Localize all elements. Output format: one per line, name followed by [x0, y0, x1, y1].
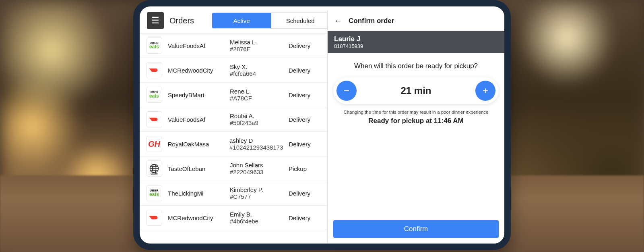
change-warning: Changing the time for this order may res…: [328, 104, 504, 116]
customer-name: Emily B.: [230, 211, 283, 218]
restaurant-name: MCRedwoodCity: [168, 67, 224, 74]
customer-bar: Laurie J 8187415939: [328, 31, 504, 53]
plus-icon: +: [483, 85, 488, 96]
customer-col: Sky X.#fcfca664: [230, 63, 283, 77]
customer-col: Rene L.#A78CF: [230, 88, 283, 102]
order-row[interactable]: UBEReatsValueFoodsAfMelissa L.#2876EDeli…: [140, 33, 327, 58]
customer-name: Roufai A.: [230, 112, 283, 119]
time-stepper: − 21 min +: [333, 77, 499, 104]
customer-name: John Sellars: [230, 162, 283, 169]
pickup-question: When will this order be ready for pickup…: [328, 53, 504, 77]
back-arrow-icon[interactable]: ←: [334, 16, 342, 25]
restaurant-name: RoyalOakMasa: [168, 141, 224, 148]
doordash-icon: [146, 210, 162, 226]
order-type: Delivery: [289, 67, 321, 74]
time-value: 21 min: [400, 85, 431, 96]
detail-title: Confirm order: [349, 17, 394, 25]
page-title: Orders: [169, 16, 194, 25]
increment-button[interactable]: +: [475, 81, 495, 101]
customer-name: Laurie J: [334, 35, 498, 43]
order-id: #4b6f4ebe: [230, 218, 283, 225]
order-type: Delivery: [289, 190, 321, 197]
svg-text:WWW: WWW: [151, 173, 158, 175]
order-type: Delivery: [289, 215, 321, 221]
customer-col: Emily B.#4b6f4ebe: [230, 211, 283, 225]
order-id: #C7577: [230, 193, 283, 200]
order-id: #102421293438173: [229, 144, 283, 151]
order-type: Delivery: [289, 92, 321, 98]
restaurant-name: ValueFoodsAf: [168, 42, 224, 49]
ubereats-icon: UBEReats: [146, 185, 162, 201]
tab-group: Active Scheduled: [212, 12, 330, 29]
restaurant-name: SpeedyBMart: [168, 92, 224, 98]
customer-col: John Sellars#222049633: [230, 162, 283, 175]
doordash-icon: [146, 111, 162, 127]
order-type: Delivery: [289, 42, 321, 49]
order-type: Pickup: [289, 165, 321, 172]
order-id: #50f243a9: [230, 119, 283, 126]
order-id: #fcfca664: [230, 70, 283, 77]
order-row[interactable]: MCRedwoodCityEmily B.#4b6f4ebeDelivery: [140, 206, 327, 230]
decrement-button[interactable]: −: [336, 81, 357, 101]
hamburger-icon: ☰: [151, 15, 159, 26]
customer-name: ashley D: [229, 137, 283, 144]
order-id: #A78CF: [230, 95, 283, 102]
customer-phone: 8187415939: [334, 43, 498, 49]
customer-name: Melissa L.: [230, 39, 283, 46]
menu-button[interactable]: ☰: [147, 12, 164, 29]
order-id: #222049633: [230, 169, 283, 175]
customer-name: Sky X.: [230, 63, 283, 70]
customer-col: Kimberley P.#C7577: [230, 186, 283, 200]
restaurant-name: MCRedwoodCity: [168, 215, 224, 221]
restaurant-name: TheLickingMi: [168, 190, 224, 197]
order-type: Delivery: [289, 141, 321, 148]
customer-col: Roufai A.#50f243a9: [230, 112, 283, 126]
tablet-frame: ☰ Orders Active Scheduled UBEReatsValueF…: [133, 0, 511, 250]
customer-name: Rene L.: [230, 88, 283, 95]
order-detail-panel: ← Confirm order Laurie J 8187415939 When…: [327, 10, 504, 244]
order-type: Delivery: [289, 116, 321, 123]
ready-time: Ready for pickup at 11:46 AM: [328, 116, 504, 128]
order-row[interactable]: MCRedwoodCitySky X.#fcfca664Delivery: [140, 58, 327, 83]
ubereats-icon: UBEReats: [146, 37, 162, 54]
grubhub-icon: GH: [146, 136, 162, 152]
detail-header: ← Confirm order: [328, 10, 504, 31]
customer-col: ashley D#102421293438173: [229, 137, 283, 151]
tab-active[interactable]: Active: [212, 13, 271, 28]
restaurant-name: ValueFoodsAf: [168, 116, 224, 123]
web-icon: WWW: [146, 160, 162, 177]
customer-name: Kimberley P.: [230, 186, 283, 193]
app-screen: ☰ Orders Active Scheduled UBEReatsValueF…: [140, 6, 504, 244]
order-row[interactable]: WWWTasteOfLebanJohn Sellars#222049633Pic…: [140, 156, 327, 181]
order-row[interactable]: GHRoyalOakMasaashley D#102421293438173De…: [140, 132, 327, 156]
order-row[interactable]: UBEReatsSpeedyBMartRene L.#A78CFDelivery: [140, 83, 327, 107]
order-list[interactable]: UBEReatsValueFoodsAfMelissa L.#2876EDeli…: [140, 33, 327, 244]
order-row[interactable]: UBEReatsTheLickingMiKimberley P.#C7577De…: [140, 181, 327, 206]
order-id: #2876E: [230, 46, 283, 52]
restaurant-name: TasteOfLeban: [168, 165, 224, 172]
content-area: UBEReatsValueFoodsAfMelissa L.#2876EDeli…: [140, 33, 504, 244]
order-row[interactable]: ValueFoodsAfRoufai A.#50f243a9Delivery: [140, 107, 327, 132]
customer-col: Melissa L.#2876E: [230, 39, 283, 52]
tab-scheduled[interactable]: Scheduled: [271, 13, 330, 28]
doordash-icon: [146, 62, 162, 78]
minus-icon: −: [344, 85, 349, 96]
confirm-button[interactable]: Confirm: [333, 220, 499, 238]
ubereats-icon: UBEReats: [146, 87, 162, 103]
